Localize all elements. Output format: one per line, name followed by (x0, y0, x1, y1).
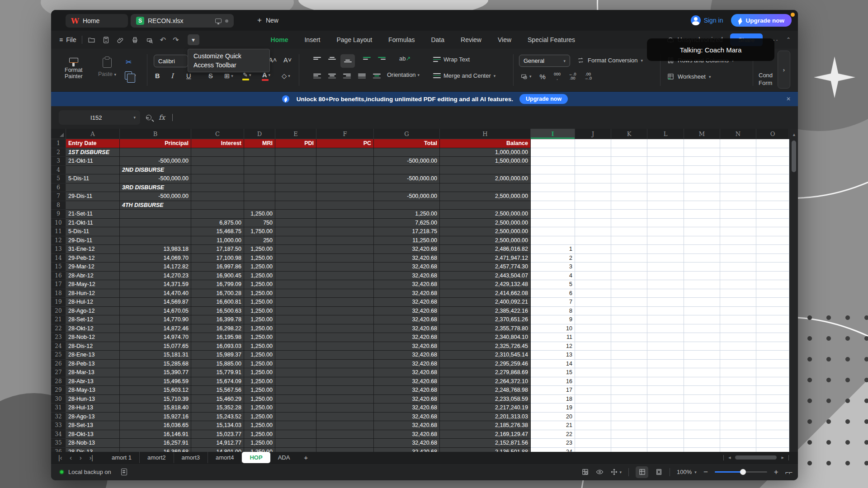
ribbon-tab-page-layout[interactable]: Page Layout (336, 36, 372, 43)
cell-L23[interactable] (647, 333, 684, 342)
row-header-24[interactable]: 24 (51, 342, 66, 351)
cell-B17[interactable]: 14,371.59 (120, 280, 191, 289)
cell-M3[interactable] (684, 157, 720, 166)
cell-G27[interactable]: 32,420.68 (374, 368, 440, 377)
row-header-16[interactable]: 16 (51, 272, 66, 281)
cell-J25[interactable] (575, 351, 611, 360)
increase-decimal-button[interactable]: ←.0.00 (569, 72, 576, 80)
cell-G22[interactable]: 32,420.68 (374, 324, 440, 333)
cell-C10[interactable]: 6,875.00 (191, 219, 244, 228)
cell-M31[interactable] (684, 404, 720, 413)
column-header-B[interactable]: B (120, 129, 191, 139)
cell-N10[interactable] (720, 219, 756, 228)
align-center-button[interactable] (328, 74, 336, 78)
cell-G30[interactable]: 32,420.68 (374, 395, 440, 404)
cell-G19[interactable]: 32,420.68 (374, 298, 440, 307)
cell-O7[interactable] (756, 192, 789, 201)
cell-N14[interactable] (720, 254, 756, 263)
cell-E6[interactable] (275, 183, 316, 192)
cell-G36[interactable]: 32,420.68 (374, 448, 440, 452)
paperclip-icon[interactable] (117, 36, 124, 44)
normal-view-button[interactable] (636, 466, 648, 478)
cell-N33[interactable] (720, 421, 756, 430)
cell-I6[interactable] (531, 183, 575, 192)
cell-A10[interactable]: 21-Okt-11 (66, 219, 120, 228)
cell-G29[interactable]: 32,420.68 (374, 386, 440, 395)
ribbon-tab-data[interactable]: Data (431, 36, 444, 43)
cell-H20[interactable]: 2,385,422.16 (440, 307, 531, 316)
cell-I26[interactable]: 14 (531, 360, 575, 369)
zoom-slider-thumb[interactable] (740, 469, 746, 475)
cell-N4[interactable] (720, 166, 756, 175)
cell-A21[interactable]: 28-Set-12 (66, 315, 120, 324)
cell-M28[interactable] (684, 377, 720, 386)
cell-F6[interactable] (316, 183, 374, 192)
cell-M4[interactable] (684, 166, 720, 175)
cell-L27[interactable] (647, 368, 684, 377)
cell-K14[interactable] (611, 254, 647, 263)
cell-G16[interactable]: 32,420.68 (374, 272, 440, 281)
cell-D18[interactable]: 1,250.00 (244, 289, 275, 298)
cell-M34[interactable] (684, 430, 720, 439)
cell-B33[interactable]: 16,036.65 (120, 421, 191, 430)
cell-N12[interactable] (720, 236, 756, 245)
cell-K20[interactable] (611, 307, 647, 316)
cell-B14[interactable]: 14,069.70 (120, 254, 191, 263)
paste-button[interactable]: Paste ▾ (98, 58, 116, 77)
strikethrough-button[interactable]: S (208, 72, 213, 80)
align-bottom-button-active[interactable] (340, 54, 355, 68)
cell-N8[interactable] (720, 201, 756, 210)
cell-A34[interactable]: 28-Okt-13 (66, 430, 120, 439)
cell-B3[interactable]: -500,000.00 (120, 157, 191, 166)
cell-J28[interactable] (575, 377, 611, 386)
name-box[interactable]: I152 ▾ (59, 110, 140, 125)
column-header-E[interactable]: E (275, 129, 316, 139)
cell-F14[interactable] (316, 254, 374, 263)
cell-C12[interactable]: 11,000.00 (191, 236, 244, 245)
cell-M8[interactable] (684, 201, 720, 210)
cell-H30[interactable]: 2,233,058.59 (440, 395, 531, 404)
cell-G31[interactable]: 32,420.68 (374, 404, 440, 413)
cell-G14[interactable]: 32,420.68 (374, 254, 440, 263)
cell-E35[interactable] (275, 439, 316, 448)
cell-J26[interactable] (575, 360, 611, 369)
cell-C32[interactable]: 15,243.52 (191, 413, 244, 422)
cell-F29[interactable] (316, 386, 374, 395)
cell-A11[interactable]: 5-Dis-11 (66, 227, 120, 236)
cell-H4[interactable] (440, 166, 531, 175)
cell-A33[interactable]: 28-Set-13 (66, 421, 120, 430)
cell-H32[interactable]: 2,201,313.03 (440, 413, 531, 422)
cell-O11[interactable] (756, 227, 789, 236)
cell-F19[interactable] (316, 298, 374, 307)
cell-A24[interactable]: 28-Dis-12 (66, 342, 120, 351)
cell-L7[interactable] (647, 192, 684, 201)
next-sheet-button[interactable]: › (80, 454, 82, 461)
pan-mode-button[interactable]: ▾ (610, 468, 622, 476)
cell-C6[interactable] (191, 183, 244, 192)
search-icon[interactable] (146, 115, 151, 120)
cell-I15[interactable]: 3 (531, 263, 575, 272)
cell-M20[interactable] (684, 307, 720, 316)
cell-H35[interactable]: 2,152,871.56 (440, 439, 531, 448)
align-right-button[interactable] (343, 74, 351, 78)
cell-N17[interactable] (720, 280, 756, 289)
print-preview-icon[interactable] (146, 36, 153, 44)
cell-F1[interactable]: PC (316, 139, 374, 148)
row-header-32[interactable]: 32 (51, 413, 66, 422)
cell-K32[interactable] (611, 413, 647, 422)
cell-H33[interactable]: 2,185,276.38 (440, 421, 531, 430)
cell-H18[interactable]: 2,414,662.08 (440, 289, 531, 298)
cell-B20[interactable]: 14,670.05 (120, 307, 191, 316)
cell-M10[interactable] (684, 219, 720, 228)
cell-I18[interactable]: 6 (531, 289, 575, 298)
cell-D21[interactable]: 1,250.00 (244, 315, 275, 324)
cell-G7[interactable]: -500,000.00 (374, 192, 440, 201)
cell-O8[interactable] (756, 201, 789, 210)
cell-N25[interactable] (720, 351, 756, 360)
cell-O14[interactable] (756, 254, 789, 263)
cell-O22[interactable] (756, 324, 789, 333)
cell-N13[interactable] (720, 245, 756, 254)
cell-G8[interactable] (374, 201, 440, 210)
format-painter-button[interactable]: Format Painter (65, 57, 83, 80)
cell-O35[interactable] (756, 439, 789, 448)
